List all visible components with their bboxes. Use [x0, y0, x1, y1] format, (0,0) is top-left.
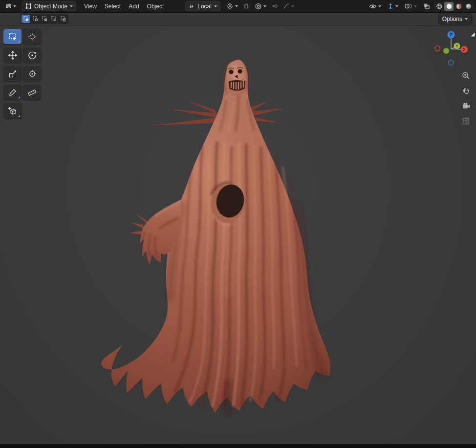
select-mode-strip — [21, 14, 68, 24]
chevron-down-icon — [13, 5, 16, 7]
select-intersect-icon — [60, 16, 66, 22]
tool-scale[interactable] — [3, 66, 22, 81]
wireframe-icon — [436, 3, 443, 10]
snap-target-icon — [226, 2, 234, 10]
axis-y-neg-ball[interactable] — [443, 48, 449, 54]
chevron-down-icon — [70, 5, 73, 7]
visibility-eye-icon — [369, 3, 377, 9]
annotate-pencil-icon — [8, 88, 17, 97]
proportional-objects-button[interactable] — [269, 2, 280, 10]
falloff-curve-icon — [282, 3, 290, 9]
ghost-model[interactable] — [101, 60, 330, 413]
camera-view-control[interactable] — [461, 101, 471, 111]
select-mode-extend[interactable] — [31, 15, 40, 23]
viewport-3d[interactable] — [0, 0, 476, 448]
toolbar — [3, 29, 41, 118]
ortho-grid-control[interactable] — [461, 116, 471, 126]
proportional-objects-icon — [271, 3, 278, 9]
axis-x-neg-ball[interactable] — [435, 46, 440, 51]
chevron-down-icon — [395, 5, 398, 7]
header-right-cluster — [367, 1, 474, 11]
measure-ruler-icon — [27, 88, 37, 97]
menubar: View Select Add Object — [80, 1, 168, 11]
shading-material-button[interactable] — [454, 2, 463, 11]
tool-annotate[interactable] — [3, 85, 22, 100]
menu-object[interactable]: Object — [143, 1, 168, 11]
mode-label: Object Mode — [34, 3, 67, 10]
select-invert-icon — [51, 16, 57, 22]
overlays-icon — [404, 3, 412, 9]
blender-window: { "topbar": { "mode_label": "Object Mode… — [0, 0, 476, 448]
cursor-icon — [28, 32, 37, 41]
select-mode-set[interactable] — [22, 15, 30, 23]
proportional-dropdown[interactable] — [253, 2, 268, 11]
falloff-button[interactable] — [281, 2, 296, 10]
camera-view-icon — [462, 102, 470, 110]
editor-type-button[interactable] — [2, 2, 18, 11]
chevron-down-icon — [235, 5, 238, 7]
mode-dropdown[interactable]: Object Mode — [22, 1, 76, 11]
transform-icon — [28, 69, 37, 78]
add-cube-icon — [8, 107, 17, 115]
solid-icon — [446, 3, 453, 10]
select-mode-subtract[interactable] — [40, 15, 49, 23]
pan-control[interactable] — [461, 86, 471, 95]
tool-cursor[interactable] — [23, 29, 41, 44]
menu-select[interactable]: Select — [101, 1, 125, 11]
rendered-icon — [465, 3, 472, 10]
snap-target-button[interactable] — [224, 1, 240, 11]
options-label: Options — [442, 16, 462, 22]
proportional-editing-icon — [255, 3, 262, 10]
material-preview-icon — [455, 3, 462, 10]
shading-mode-group — [434, 1, 474, 11]
axis-y-label: Y — [455, 44, 458, 48]
tool-rotate[interactable] — [23, 47, 41, 63]
select-set-icon — [23, 16, 29, 22]
status-bar — [0, 444, 476, 448]
options-button[interactable]: Options — [438, 14, 472, 24]
orientation-label: Local — [197, 3, 212, 10]
axis-z-neg-ball[interactable] — [449, 60, 454, 66]
gizmos-dropdown[interactable] — [385, 2, 400, 11]
select-subtract-icon — [42, 16, 48, 22]
ortho-grid-icon — [462, 117, 470, 125]
visibility-dropdown[interactable] — [367, 2, 383, 10]
axis-z-ball[interactable]: Z — [448, 31, 455, 39]
chevron-down-icon — [291, 5, 294, 7]
region-toggle-arrow[interactable] — [471, 32, 475, 37]
subtool-indicator — [18, 41, 20, 43]
axis-x-label: X — [463, 47, 466, 52]
rotate-icon — [28, 51, 37, 60]
select-extend-icon — [32, 16, 39, 22]
shading-rendered-button[interactable] — [464, 2, 473, 11]
zoom-control[interactable] — [461, 70, 471, 80]
pan-hand-icon — [462, 87, 470, 95]
shading-solid-button[interactable] — [444, 2, 454, 11]
xray-toggle[interactable] — [421, 1, 432, 11]
tool-add-cube[interactable] — [3, 103, 22, 118]
menu-add[interactable]: Add — [125, 1, 143, 11]
overlays-dropdown[interactable] — [402, 2, 419, 10]
orientation-dropdown[interactable]: Local — [185, 1, 220, 11]
axis-x-ball[interactable]: X — [461, 46, 468, 53]
tool-measure[interactable] — [23, 85, 41, 100]
eye-socket-right — [238, 69, 242, 73]
snap-toggle-button[interactable] — [241, 2, 252, 11]
viewport-controls — [461, 70, 471, 126]
axis-y-ball[interactable]: Y — [454, 43, 460, 49]
tool-select-box[interactable] — [3, 29, 22, 44]
navigation-gizmo[interactable]: Z Y X — [433, 30, 470, 67]
select-mode-invert[interactable] — [49, 15, 58, 23]
shading-wireframe-button[interactable] — [434, 2, 444, 11]
subtool-indicator — [18, 96, 20, 98]
subtool-indicator — [18, 115, 20, 117]
menu-view[interactable]: View — [80, 1, 101, 11]
tool-move[interactable] — [3, 47, 22, 63]
select-mode-intersect[interactable] — [59, 15, 67, 23]
tool-transform[interactable] — [23, 66, 41, 81]
axis-z-label: Z — [450, 32, 453, 37]
eye-socket-left — [229, 69, 233, 74]
gizmo-arrow-icon — [387, 3, 394, 10]
xray-toggle-icon — [423, 2, 430, 10]
orientation-axes-icon — [189, 3, 195, 9]
